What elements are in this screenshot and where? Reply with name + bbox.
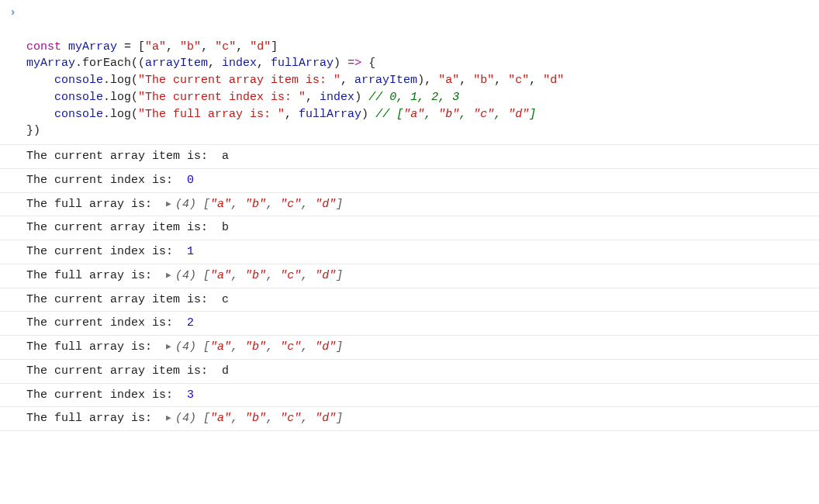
array-element: "c" bbox=[280, 269, 301, 282]
console-output: The current array item is: aThe current … bbox=[0, 145, 819, 431]
log-index-value: 0 bbox=[187, 174, 194, 187]
code-comment: // ["a", "b", "c", "d"] bbox=[375, 108, 536, 121]
devtools-console: › const myArray = ["a", "b", "c", "d"] m… bbox=[0, 0, 819, 431]
log-index-row: The current index is: 0 bbox=[0, 169, 819, 193]
log-array-row: The full array is: ▶(4) ["a", "b", "c", … bbox=[0, 264, 819, 288]
log-label: The full array is: bbox=[26, 340, 159, 354]
log-item-value: b bbox=[222, 221, 229, 234]
log-label: The current array item is: bbox=[26, 150, 215, 163]
log-item-row: The current array item is: b bbox=[0, 216, 819, 240]
array-element: "b" bbox=[245, 198, 266, 211]
array-element: "d" bbox=[315, 198, 336, 211]
log-item-row: The current array item is: a bbox=[0, 145, 819, 169]
array-element: "a" bbox=[210, 340, 231, 354]
log-array-row: The full array is: ▶(4) ["a", "b", "c", … bbox=[0, 193, 819, 217]
log-label: The current index is: bbox=[26, 388, 180, 402]
array-length: (4) bbox=[175, 340, 196, 354]
log-index-value: 2 bbox=[187, 316, 194, 330]
var-myArray: myArray bbox=[68, 40, 117, 54]
array-element: "b" bbox=[245, 412, 266, 425]
array-element: "c" bbox=[280, 340, 301, 354]
log-label: The current array item is: bbox=[26, 364, 215, 378]
array-length: (4) bbox=[175, 412, 196, 425]
array-element: "d" bbox=[315, 269, 336, 282]
array-element: "b" bbox=[245, 269, 266, 282]
log-index-row: The current index is: 2 bbox=[0, 312, 819, 336]
array-length: (4) bbox=[175, 198, 196, 211]
array-element: "d" bbox=[315, 340, 336, 354]
array-element: "d" bbox=[315, 412, 336, 425]
log-label: The full array is: bbox=[26, 412, 159, 425]
log-item-row: The current array item is: d bbox=[0, 360, 819, 384]
array-element: "a" bbox=[210, 198, 231, 211]
log-label: The current index is: bbox=[26, 245, 180, 258]
log-array-row: The full array is: ▶(4) ["a", "b", "c", … bbox=[0, 336, 819, 360]
log-label: The full array is: bbox=[26, 198, 159, 211]
log-label: The full array is: bbox=[26, 269, 159, 282]
array-element: "c" bbox=[280, 198, 301, 211]
log-index-row: The current index is: 1 bbox=[0, 240, 819, 264]
log-item-value: d bbox=[222, 364, 229, 378]
array-element: "a" bbox=[210, 269, 231, 282]
array-element: "c" bbox=[280, 412, 301, 425]
code-comment: // 0, 1, 2, 3 bbox=[368, 91, 459, 104]
log-array-row: The full array is: ▶(4) ["a", "b", "c", … bbox=[0, 407, 819, 431]
log-label: The current array item is: bbox=[26, 293, 215, 306]
log-label: The current index is: bbox=[26, 174, 180, 187]
expand-icon[interactable]: ▶ bbox=[166, 270, 175, 282]
log-item-row: The current array item is: c bbox=[0, 288, 819, 312]
log-index-row: The current index is: 3 bbox=[0, 384, 819, 408]
expand-icon[interactable]: ▶ bbox=[166, 198, 175, 211]
array-length: (4) bbox=[175, 269, 196, 282]
log-index-value: 1 bbox=[187, 245, 194, 258]
array-element: "a" bbox=[210, 412, 231, 425]
expand-icon[interactable]: ▶ bbox=[166, 341, 175, 354]
keyword-const: const bbox=[26, 40, 61, 54]
console-input-row[interactable]: › const myArray = ["a", "b", "c", "d"] m… bbox=[0, 0, 819, 145]
array-element: "b" bbox=[245, 340, 266, 354]
expand-icon[interactable]: ▶ bbox=[166, 413, 175, 425]
log-index-value: 3 bbox=[187, 388, 194, 402]
log-item-value: a bbox=[222, 150, 229, 163]
log-label: The current index is: bbox=[26, 316, 180, 330]
input-prompt-icon: › bbox=[9, 5, 16, 22]
log-label: The current array item is: bbox=[26, 221, 215, 234]
log-item-value: c bbox=[222, 293, 229, 306]
